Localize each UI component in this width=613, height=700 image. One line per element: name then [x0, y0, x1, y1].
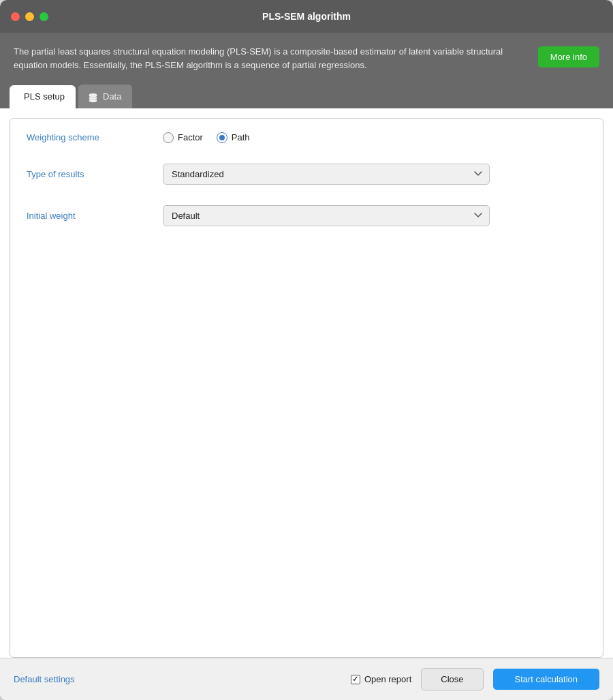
tab-data-label: Data	[103, 91, 121, 102]
maximize-traffic-light[interactable]	[40, 12, 48, 21]
empty-panel	[27, 247, 586, 588]
header-area: The partial least squares structural equ…	[0, 33, 613, 85]
type-of-results-label[interactable]: Type of results	[27, 169, 163, 179]
footer: Default settings Open report Close Start…	[0, 658, 613, 700]
tab-data[interactable]: Data	[78, 85, 132, 108]
footer-left: Default settings	[14, 674, 351, 684]
open-report-label: Open report	[364, 674, 411, 684]
radio-label-factor: Factor	[178, 132, 203, 142]
traffic-lights	[11, 12, 48, 21]
more-info-button[interactable]: More info	[538, 46, 599, 67]
radio-option-path[interactable]: Path	[217, 132, 250, 143]
main-content: Weighting scheme Factor Path	[0, 108, 613, 700]
initial-weight-control: Default Random Custom	[163, 205, 586, 226]
minimize-traffic-light[interactable]	[25, 12, 34, 21]
weighting-scheme-control: Factor Path	[163, 132, 586, 143]
window-title: PLS-SEM algorithm	[11, 11, 602, 22]
type-of-results-dropdown[interactable]: Standardized Unstandardized	[163, 164, 490, 185]
initial-weight-row: Initial weight Default Random Custom	[27, 205, 586, 226]
type-of-results-row: Type of results Standardized Unstandardi…	[27, 164, 586, 185]
initial-weight-dropdown[interactable]: Default Random Custom	[163, 205, 490, 226]
radio-circle-path[interactable]	[217, 132, 227, 143]
radio-option-factor[interactable]: Factor	[163, 132, 203, 143]
tab-pls-setup[interactable]: PLS setup	[10, 85, 76, 108]
weighting-scheme-radio-group: Factor Path	[163, 132, 250, 143]
close-traffic-light[interactable]	[11, 12, 20, 21]
open-report-container[interactable]: Open report	[351, 674, 411, 684]
close-button[interactable]: Close	[421, 668, 483, 690]
radio-label-path: Path	[232, 132, 250, 142]
tabs-bar: PLS setup Data	[0, 85, 613, 108]
radio-circle-factor[interactable]	[163, 132, 174, 143]
open-report-checkbox[interactable]	[351, 675, 360, 684]
title-bar: PLS-SEM algorithm	[0, 0, 613, 33]
settings-panel: Weighting scheme Factor Path	[10, 118, 603, 658]
footer-right: Open report Close Start calculation	[351, 668, 599, 690]
initial-weight-label[interactable]: Initial weight	[27, 211, 163, 221]
main-window: PLS-SEM algorithm The partial least squa…	[0, 0, 613, 700]
header-description: The partial least squares structural equ…	[14, 45, 527, 72]
start-calculation-button[interactable]: Start calculation	[493, 669, 600, 690]
tab-pls-setup-label: PLS setup	[24, 91, 65, 102]
type-of-results-control: Standardized Unstandardized	[163, 164, 586, 185]
weighting-scheme-row: Weighting scheme Factor Path	[27, 132, 586, 143]
database-icon	[88, 90, 98, 102]
weighting-scheme-label[interactable]: Weighting scheme	[27, 132, 163, 142]
default-settings-link[interactable]: Default settings	[14, 674, 75, 684]
